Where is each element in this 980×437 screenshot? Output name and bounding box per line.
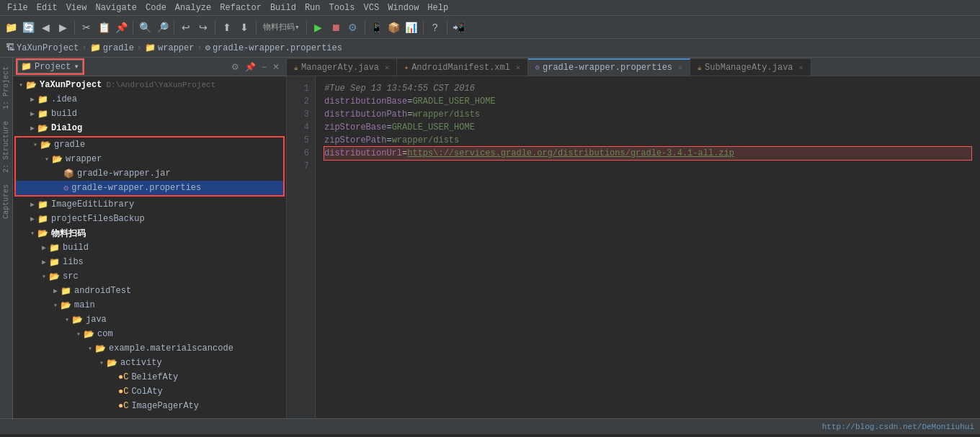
menu-vcs[interactable]: VCS xyxy=(360,1,384,14)
side-tab-structure[interactable]: 2: Structure xyxy=(1,115,12,179)
menu-view[interactable]: View xyxy=(62,1,92,14)
toolbar-redo-btn[interactable]: ↪ xyxy=(195,19,211,35)
toolbar-undo-btn[interactable]: ↩ xyxy=(178,19,194,35)
menu-refactor[interactable]: Refactor xyxy=(215,1,266,14)
toolbar-select-btn[interactable]: ⬇ xyxy=(236,19,252,35)
panel-close-btn[interactable]: ✕ xyxy=(270,61,282,73)
gradle-folder-icon: 📂 xyxy=(40,140,51,150)
tree-src[interactable]: ▾ 📂 src xyxy=(13,269,286,284)
tree-wrapper[interactable]: ▾ 📂 wrapper xyxy=(16,152,283,166)
tree-androidtest[interactable]: ▶ 📁 androidTest xyxy=(13,284,286,298)
panel-collapse-btn[interactable]: − xyxy=(259,61,269,73)
toolbar-cut-btn[interactable]: ✂ xyxy=(79,19,94,35)
menu-run[interactable]: Run xyxy=(300,1,325,14)
toolbar-new-btn[interactable]: 📁 xyxy=(3,19,19,35)
code-key-2: distributionBase xyxy=(324,95,407,108)
tree-main[interactable]: ▾ 📂 main xyxy=(13,298,286,312)
watermark-text: http://blog.csdn.net/DeMon1iuhui xyxy=(822,423,974,431)
tab-androidmanifest-close[interactable]: ✕ xyxy=(516,63,520,72)
menu-tools[interactable]: Tools xyxy=(325,1,360,14)
toolbar-paste-btn[interactable]: 📌 xyxy=(113,19,129,35)
code-eq-6: = xyxy=(402,147,407,160)
toolbar-help-btn[interactable]: ? xyxy=(427,19,443,35)
toolbar-back-btn[interactable]: ◀ xyxy=(37,19,53,35)
menu-help[interactable]: Help xyxy=(423,1,453,14)
toolbar-cursor-btn[interactable]: ⬆ xyxy=(219,19,235,35)
menu-navigate[interactable]: Navigate xyxy=(91,1,141,14)
tree-build-label: build xyxy=(51,109,77,119)
code-content[interactable]: #Tue Sep 13 13:54:55 CST 2016 distributi… xyxy=(316,76,980,418)
breadcrumb-file[interactable]: ⚙ gradle-wrapper.properties xyxy=(205,42,342,53)
tree-gradle-props[interactable]: ▶ ⚙ gradle-wrapper.properties xyxy=(16,181,283,195)
toolbar-find-btn[interactable]: 🔍 xyxy=(137,19,153,35)
panel-header: 📁 Project ▾ ⚙ 📌 − ✕ xyxy=(13,58,286,76)
tree-dialog[interactable]: ▶ 📂 Dialog xyxy=(13,121,286,135)
tree-activity[interactable]: ▾ 📂 activity xyxy=(13,356,286,370)
dialog-arrow: ▶ xyxy=(27,124,37,132)
tree-wuli-build[interactable]: ▶ 📁 build xyxy=(13,240,286,255)
code-val-4: GRADLE_USER_HOME xyxy=(392,121,475,134)
tree-root[interactable]: ▾ 📂 YaXunProject D:\Android\YaXunProject xyxy=(13,78,286,92)
panel-icon: 📁 xyxy=(21,61,32,72)
line-numbers: 1 2 3 4 5 6 7 xyxy=(287,76,316,418)
menu-file[interactable]: File xyxy=(3,1,32,14)
tree-java[interactable]: ▾ 📂 java xyxy=(13,312,286,327)
toolbar-replace-btn[interactable]: 🔎 xyxy=(154,19,170,35)
tree-beliefaty[interactable]: ▶ ●C BeliefAty xyxy=(13,370,286,384)
tab-manager-label: ManagerAty.java xyxy=(301,63,379,73)
toolbar-avd-btn[interactable]: 📱 xyxy=(369,19,385,35)
side-tab-project[interactable]: 1: Project xyxy=(1,60,12,115)
tree-gradle[interactable]: ▾ 📂 gradle xyxy=(16,138,283,152)
breadcrumb-project[interactable]: 🏗 YaXunProject xyxy=(6,42,79,53)
toolbar-device-btn[interactable]: 📲 xyxy=(451,19,467,35)
menu-window[interactable]: Window xyxy=(383,1,423,14)
panel-dropdown[interactable]: 📁 Project ▾ xyxy=(17,60,83,73)
menu-code[interactable]: Code xyxy=(141,1,171,14)
tab-manager[interactable]: ☕ ManagerAty.java ✕ xyxy=(287,58,397,76)
breadcrumb-gradle[interactable]: 📁 gradle xyxy=(90,42,134,53)
tab-androidmanifest-label: AndroidManifest.xml xyxy=(411,63,510,73)
tab-androidmanifest[interactable]: ✦ AndroidManifest.xml ✕ xyxy=(397,58,528,76)
tab-submanage-close[interactable]: ✕ xyxy=(799,63,803,72)
tab-submanage[interactable]: ☕ SubManageAty.java ✕ xyxy=(690,58,811,76)
build-folder-icon: 📁 xyxy=(37,109,48,120)
toolbar-copy-btn[interactable]: 📋 xyxy=(96,19,112,35)
menu-analyze[interactable]: Analyze xyxy=(171,1,215,14)
tree-colaty[interactable]: ▶ ●C ColAty xyxy=(13,384,286,399)
tab-gradleprops[interactable]: ⚙ gradle-wrapper.properties ✕ xyxy=(528,58,690,76)
tab-prop-icon: ⚙ xyxy=(535,63,540,72)
tree-build-root[interactable]: ▶ 📁 build xyxy=(13,107,286,121)
menu-edit[interactable]: Edit xyxy=(32,1,62,14)
menu-bar: File Edit View Navigate Code Analyze Ref… xyxy=(0,0,980,16)
tab-gradleprops-close[interactable]: ✕ xyxy=(678,63,682,72)
tree-example[interactable]: ▾ 📂 example.materialscancode xyxy=(13,341,286,356)
toolbar-sdk-btn[interactable]: 📦 xyxy=(386,19,402,35)
tree-imagepageraty[interactable]: ▶ ●C ImagePagerAty xyxy=(13,399,286,413)
breadcrumb-wrapper[interactable]: 📁 wrapper xyxy=(145,42,194,53)
toolbar-stop-btn[interactable]: ⏹ xyxy=(328,19,344,35)
tree-projectfiles[interactable]: ▶ 📁 projectFilesBackup xyxy=(13,212,286,226)
tree-props-label: gradle-wrapper.properties xyxy=(71,183,201,193)
panel-pin-btn[interactable]: 📌 xyxy=(243,61,258,73)
toolbar-profiler-btn[interactable]: 📊 xyxy=(404,19,419,35)
wrapper-folder-icon: 📂 xyxy=(52,154,63,165)
toolbar-build-btn[interactable]: ⚙ xyxy=(345,19,361,35)
tree-com-label: com xyxy=(97,329,113,339)
menu-build[interactable]: Build xyxy=(266,1,300,14)
toolbar-run-btn[interactable]: ▶ xyxy=(311,19,326,35)
tree-com[interactable]: ▾ 📂 com xyxy=(13,327,286,341)
tree-imagelibrary[interactable]: ▶ 📁 ImageEditLibrary xyxy=(13,197,286,212)
code-editor[interactable]: 1 2 3 4 5 6 7 #Tue Sep 13 13:54:55 CST 2… xyxy=(287,76,980,418)
tree-gradle-jar[interactable]: ▶ 📦 gradle-wrapper.jar xyxy=(16,166,283,181)
toolbar-forward-btn[interactable]: ▶ xyxy=(55,19,71,35)
side-tab-captures[interactable]: Captures xyxy=(1,179,12,225)
toolbar-sync-btn[interactable]: 🔄 xyxy=(20,19,36,35)
tree-libs[interactable]: ▶ 📁 libs xyxy=(13,255,286,269)
tree-gradle-label: gradle xyxy=(54,140,85,150)
tree-idea[interactable]: ▶ 📁 .idea xyxy=(13,92,286,107)
editor-area: ☕ ManagerAty.java ✕ ✦ AndroidManifest.xm… xyxy=(287,58,980,418)
tab-java-icon-1: ☕ xyxy=(294,63,298,72)
tree-wuli[interactable]: ▾ 📂 物料扫码 xyxy=(13,226,286,240)
panel-settings-btn[interactable]: ⚙ xyxy=(229,61,241,73)
tab-manager-close[interactable]: ✕ xyxy=(385,63,389,72)
